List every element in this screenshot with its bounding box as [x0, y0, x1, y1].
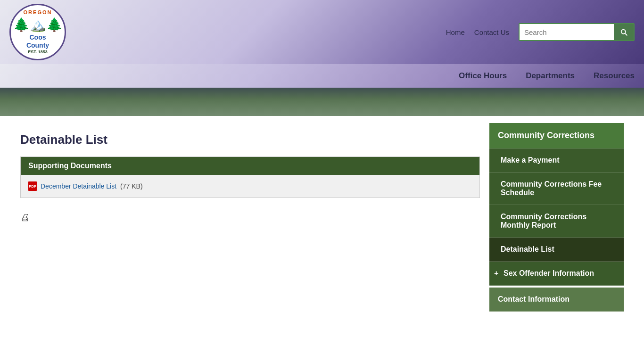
print-area: 🖨 [20, 207, 480, 228]
print-icon[interactable]: 🖨 [20, 212, 30, 222]
supporting-documents-box: Supporting Documents PDF December Detain… [20, 156, 480, 198]
page-title: Detainable List [20, 132, 480, 147]
header-top: OREGON 🌲🏔️🌲 CoosCounty EST. 1853 Home Co… [0, 0, 644, 64]
sidebar-item-sex-offender[interactable]: + Sex Offender Information [489, 262, 624, 286]
secondary-nav: Office Hours Departments Resources [459, 66, 635, 86]
search-box [519, 23, 635, 41]
main-wrapper: Detainable List Supporting Documents PDF… [11, 123, 633, 312]
office-hours-link[interactable]: Office Hours [459, 66, 507, 86]
expand-icon: + [494, 269, 498, 278]
sidebar-item-contact-information[interactable]: Contact Information [489, 288, 624, 312]
document-size: (77 KB) [120, 182, 142, 190]
logo-est: EST. 1853 [13, 49, 63, 55]
banner-trees [0, 88, 644, 116]
search-button[interactable] [614, 24, 634, 40]
sidebar-item-fee-schedule[interactable]: Community Corrections Fee Schedule [489, 173, 624, 205]
content-area: Detainable List Supporting Documents PDF… [20, 123, 480, 312]
pdf-icon: PDF [28, 181, 37, 191]
resources-link[interactable]: Resources [594, 66, 635, 86]
departments-link[interactable]: Departments [526, 66, 575, 86]
banner [0, 88, 644, 116]
sidebar-item-community-corrections[interactable]: Community Corrections [489, 123, 624, 148]
sidebar: Community Corrections Make a Payment Com… [489, 123, 624, 312]
header-secondary: Office Hours Departments Resources [0, 64, 644, 88]
logo: OREGON 🌲🏔️🌲 CoosCounty EST. 1853 [9, 4, 66, 60]
logo-trees: 🌲🏔️🌲 [13, 17, 63, 33]
sidebar-sex-offender-label: Sex Offender Information [504, 269, 594, 277]
home-link[interactable]: Home [446, 28, 465, 36]
sidebar-item-monthly-report[interactable]: Community Corrections Monthly Report [489, 205, 624, 238]
sidebar-item-make-payment[interactable]: Make a Payment [489, 148, 624, 173]
contact-us-link[interactable]: Contact Us [474, 28, 509, 36]
search-input[interactable] [520, 25, 614, 39]
logo-county: CoosCounty [13, 33, 63, 49]
doc-box-content: PDF December Detainable List (77 KB) [21, 175, 479, 197]
header-nav: Home Contact Us [446, 23, 635, 41]
logo-oregon: OREGON [13, 9, 63, 16]
logo-area: OREGON 🌲🏔️🌲 CoosCounty EST. 1853 [9, 4, 66, 60]
doc-box-header: Supporting Documents [21, 157, 479, 175]
search-icon [619, 28, 628, 36]
document-link[interactable]: December Detainable List [41, 182, 116, 190]
sidebar-item-detainable-list[interactable]: Detainable List [489, 238, 624, 262]
